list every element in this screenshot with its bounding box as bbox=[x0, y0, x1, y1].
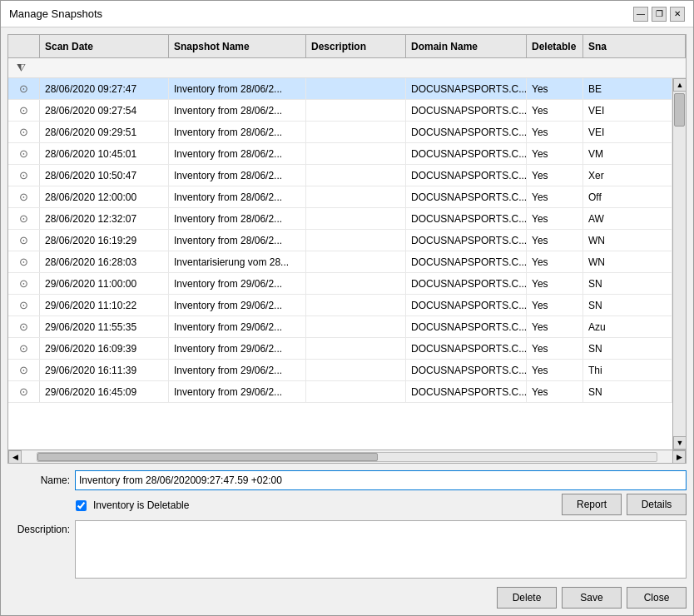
cell-snap: VM bbox=[583, 143, 672, 164]
cell-snap: BE bbox=[583, 78, 672, 99]
cell-desc bbox=[306, 251, 406, 272]
scroll-track[interactable] bbox=[673, 92, 686, 436]
cell-snap: SN bbox=[583, 295, 672, 315]
table-body[interactable]: ⊙ 28/06/2020 09:27:47 Inventory from 28/… bbox=[8, 78, 672, 450]
cell-scan-date: 29/06/2020 11:10:22 bbox=[40, 295, 169, 315]
cell-domain: DOCUSNAPSPORTS.C... bbox=[406, 100, 527, 121]
th-description: Description bbox=[306, 35, 406, 57]
table-row[interactable]: ⊙ 29/06/2020 16:09:39 Inventory from 29/… bbox=[8, 338, 672, 360]
cell-deletable: Yes bbox=[527, 381, 583, 402]
cell-desc bbox=[306, 316, 406, 337]
horizontal-scrollbar[interactable]: ◀ ▶ bbox=[8, 450, 686, 463]
scroll-down-arrow[interactable]: ▼ bbox=[673, 436, 686, 450]
table-row[interactable]: ⊙ 28/06/2020 16:28:03 Inventarisierung v… bbox=[8, 251, 672, 273]
table-row[interactable]: ⊙ 28/06/2020 12:00:00 Inventory from 28/… bbox=[8, 186, 672, 208]
cell-scan-date: 28/06/2020 12:00:00 bbox=[40, 186, 169, 207]
row-icon: ⊙ bbox=[8, 295, 40, 315]
cell-snap: VEI bbox=[583, 100, 672, 121]
cell-deletable: Yes bbox=[527, 143, 583, 164]
cell-snapshot: Inventory from 29/06/2... bbox=[169, 316, 306, 337]
table-row[interactable]: ⊙ 28/06/2020 10:50:47 Inventory from 28/… bbox=[8, 165, 672, 186]
cell-scan-date: 28/06/2020 16:19:29 bbox=[40, 230, 169, 251]
table-row[interactable]: ⊙ 29/06/2020 16:11:39 Inventory from 29/… bbox=[8, 360, 672, 381]
cell-snap: WN bbox=[583, 251, 672, 272]
delete-button[interactable]: Delete bbox=[497, 587, 557, 609]
cell-snapshot: Inventory from 29/06/2... bbox=[169, 360, 306, 380]
table-row[interactable]: ⊙ 29/06/2020 11:10:22 Inventory from 29/… bbox=[8, 295, 672, 316]
cell-domain: DOCUSNAPSPORTS.C... bbox=[406, 316, 527, 337]
cell-scan-date: 28/06/2020 10:50:47 bbox=[40, 165, 169, 186]
table-row[interactable]: ⊙ 28/06/2020 12:32:07 Inventory from 28/… bbox=[8, 208, 672, 230]
cell-deletable: Yes bbox=[527, 165, 583, 186]
manage-snapshots-window: Manage Snapshots — ❐ ✕ Scan Date Snapsho… bbox=[0, 0, 694, 616]
row-icon: ⊙ bbox=[8, 165, 40, 186]
cell-desc bbox=[306, 273, 406, 294]
cell-snapshot: Inventory from 28/06/2... bbox=[169, 165, 306, 186]
report-button[interactable]: Report bbox=[562, 494, 622, 515]
minimize-button[interactable]: — bbox=[633, 7, 648, 22]
row-icon: ⊙ bbox=[8, 208, 40, 229]
table-row[interactable]: ⊙ 28/06/2020 16:19:29 Inventory from 28/… bbox=[8, 230, 672, 251]
cell-desc bbox=[306, 165, 406, 186]
cell-desc bbox=[306, 122, 406, 142]
cell-snapshot: Inventory from 28/06/2... bbox=[169, 230, 306, 251]
cell-deletable: Yes bbox=[527, 360, 583, 380]
row-icon: ⊙ bbox=[8, 230, 40, 251]
row-icon: ⊙ bbox=[8, 78, 40, 99]
cell-scan-date: 28/06/2020 09:27:54 bbox=[40, 100, 169, 121]
cell-deletable: Yes bbox=[527, 251, 583, 272]
cell-deletable: Yes bbox=[527, 78, 583, 99]
table-row[interactable]: ⊙ 28/06/2020 09:27:54 Inventory from 28/… bbox=[8, 100, 672, 122]
cell-snap: Azu bbox=[583, 316, 672, 337]
cell-scan-date: 29/06/2020 11:55:35 bbox=[40, 316, 169, 337]
scroll-thumb[interactable] bbox=[674, 93, 685, 127]
cell-deletable: Yes bbox=[527, 230, 583, 251]
save-button[interactable]: Save bbox=[562, 587, 622, 609]
th-deletable: Deletable bbox=[527, 35, 583, 57]
filter-icon: ⧨ bbox=[17, 62, 26, 75]
cell-desc bbox=[306, 143, 406, 164]
cell-domain: DOCUSNAPSPORTS.C... bbox=[406, 165, 527, 186]
cell-domain: DOCUSNAPSPORTS.C... bbox=[406, 251, 527, 272]
restore-button[interactable]: ❐ bbox=[652, 7, 667, 22]
cell-snapshot: Inventory from 28/06/2... bbox=[169, 78, 306, 99]
cell-scan-date: 29/06/2020 11:00:00 bbox=[40, 273, 169, 294]
table-row[interactable]: ⊙ 29/06/2020 16:45:09 Inventory from 29/… bbox=[8, 381, 672, 403]
h-scroll-thumb[interactable] bbox=[37, 453, 378, 461]
scroll-right-arrow[interactable]: ▶ bbox=[672, 450, 686, 464]
cell-domain: DOCUSNAPSPORTS.C... bbox=[406, 230, 527, 251]
bottom-buttons: Delete Save Close bbox=[7, 584, 687, 609]
name-input[interactable] bbox=[75, 470, 687, 490]
description-textarea[interactable] bbox=[75, 520, 687, 579]
details-button[interactable]: Details bbox=[627, 494, 687, 515]
table-row[interactable]: ⊙ 28/06/2020 10:45:01 Inventory from 28/… bbox=[8, 143, 672, 165]
cell-domain: DOCUSNAPSPORTS.C... bbox=[406, 360, 527, 380]
close-window-button[interactable]: ✕ bbox=[670, 7, 685, 22]
cell-desc bbox=[306, 295, 406, 315]
th-snap: Sna bbox=[583, 35, 686, 57]
cell-desc bbox=[306, 230, 406, 251]
filter-row: ⧨ bbox=[8, 58, 686, 78]
th-domain-name: Domain Name bbox=[406, 35, 527, 57]
vertical-scrollbar[interactable]: ▲ ▼ bbox=[672, 78, 686, 450]
cell-scan-date: 28/06/2020 09:27:47 bbox=[40, 78, 169, 99]
table-row[interactable]: ⊙ 29/06/2020 11:00:00 Inventory from 29/… bbox=[8, 273, 672, 295]
snapshots-table: Scan Date Snapshot Name Description Doma… bbox=[7, 34, 687, 464]
cell-snap: Off bbox=[583, 186, 672, 207]
cell-snapshot: Inventarisierung vom 28... bbox=[169, 251, 306, 272]
h-scroll-track[interactable] bbox=[37, 452, 657, 462]
cell-scan-date: 28/06/2020 10:45:01 bbox=[40, 143, 169, 164]
cell-snap: AW bbox=[583, 208, 672, 229]
cell-domain: DOCUSNAPSPORTS.C... bbox=[406, 295, 527, 315]
close-button[interactable]: Close bbox=[627, 587, 687, 609]
scroll-left-arrow[interactable]: ◀ bbox=[8, 450, 22, 464]
scroll-up-arrow[interactable]: ▲ bbox=[673, 78, 686, 92]
table-row[interactable]: ⊙ 28/06/2020 09:29:51 Inventory from 28/… bbox=[8, 122, 672, 143]
table-row[interactable]: ⊙ 28/06/2020 09:27:47 Inventory from 28/… bbox=[8, 78, 672, 100]
cell-snapshot: Inventory from 28/06/2... bbox=[169, 186, 306, 207]
cell-domain: DOCUSNAPSPORTS.C... bbox=[406, 381, 527, 402]
row-icon: ⊙ bbox=[8, 100, 40, 121]
cell-deletable: Yes bbox=[527, 338, 583, 359]
table-row[interactable]: ⊙ 29/06/2020 11:55:35 Inventory from 29/… bbox=[8, 316, 672, 338]
deletable-checkbox[interactable] bbox=[76, 500, 87, 511]
